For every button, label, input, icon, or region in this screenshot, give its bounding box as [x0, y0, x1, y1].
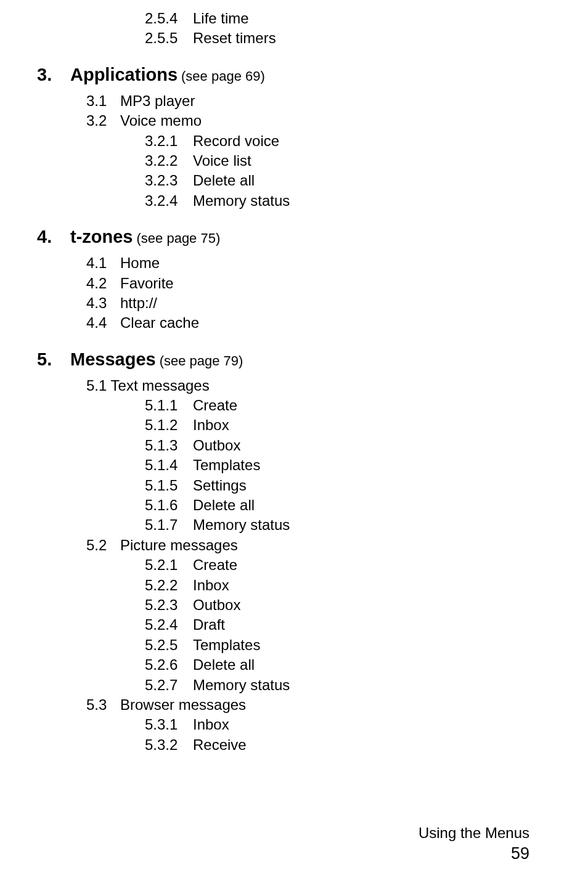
toc-entry-l3: 5.2.2Inbox	[145, 576, 539, 595]
toc-entry-number: 3.2.3	[145, 171, 193, 190]
toc-entry-label: MP3 player	[120, 92, 195, 109]
toc-entry-number: 5.2	[86, 535, 120, 555]
toc-section-number: 4.	[37, 227, 70, 247]
toc-entry-number: 5.2.1	[145, 555, 193, 575]
toc-entry-number: 5.2.3	[145, 595, 193, 615]
toc-entry-l3: 3.2.3Delete all	[145, 171, 539, 190]
toc-entry-label: Inbox	[193, 417, 229, 433]
toc-entry-l3: 5.1.2Inbox	[145, 415, 539, 435]
toc-entry-l3: 5.2.7Memory status	[145, 675, 539, 695]
toc-entry-number: 5.1.3	[145, 436, 193, 455]
toc-entry-number: 5.2.2	[145, 576, 193, 595]
toc-section-page-ref: (see page 79)	[160, 353, 243, 369]
toc-section-page-ref: (see page 75)	[137, 230, 221, 246]
toc-entry-l3: 5.1.5Settings	[145, 476, 539, 495]
toc-entry-l3: 5.2.5Templates	[145, 635, 539, 655]
toc-entry-label: Memory status	[193, 677, 290, 693]
toc-entry-number: 5.2.7	[145, 675, 193, 695]
toc-entry-label: Favorite	[120, 275, 174, 291]
toc-entry-label: Create	[193, 556, 237, 573]
toc-section-number: 3.	[37, 65, 70, 85]
toc-entry-label: Delete all	[193, 656, 255, 673]
toc-entry-label: Voice list	[193, 152, 251, 169]
toc-entry-label: Templates	[193, 457, 260, 473]
toc-entry-number: 5.3	[86, 695, 120, 715]
toc-entry-number: 5.1.6	[145, 495, 193, 515]
toc-entry-label: Text messages	[111, 377, 210, 394]
toc-entry-label: Voice memo	[120, 112, 202, 129]
page-footer: Using the Menus 59	[419, 824, 529, 863]
toc-entry-l2: 4.1Home	[86, 253, 539, 273]
toc-entry-number: 5.2.5	[145, 635, 193, 655]
toc-entry-label: Delete all	[193, 497, 255, 513]
toc-entry-l3: 5.1.6Delete all	[145, 495, 539, 515]
toc-entry-label: Outbox	[193, 596, 240, 613]
toc-entry-l3: 5.2.3Outbox	[145, 595, 539, 615]
toc-entry-label: Picture messages	[120, 537, 238, 553]
toc-entry-l3: 5.2.4Draft	[145, 615, 539, 635]
toc-entry-number: 3.1	[86, 91, 120, 111]
toc-entry-l3: 5.2.6Delete all	[145, 655, 539, 675]
toc-entry-label: Outbox	[193, 437, 240, 454]
toc-entry-l3: 5.1.4Templates	[145, 455, 539, 475]
toc-entry-number: 5.2.6	[145, 655, 193, 675]
toc-entry-l3: 5.3.1Inbox	[145, 715, 539, 734]
toc-entry-number: 3.2.4	[145, 191, 193, 211]
toc-entry-number: 3.2	[86, 111, 120, 131]
toc-entry-l3: 3.2.4Memory status	[145, 191, 539, 211]
toc-entry-label: Home	[120, 254, 160, 271]
toc-section-heading: 4.t-zones (see page 75)	[37, 227, 539, 247]
toc-entry-number: 5.1.4	[145, 455, 193, 475]
toc-entry-l2: 5.1 Text messages	[86, 376, 539, 396]
toc-entry-l3: 2.5.5Reset timers	[145, 28, 539, 48]
toc-entry-l2: 4.2Favorite	[86, 274, 539, 293]
toc-entry-l3: 2.5.4Life time	[145, 9, 539, 28]
toc-entry-label: Record voice	[193, 132, 279, 149]
toc-entry-label: Memory status	[193, 192, 290, 209]
toc-entry-l2: 3.1MP3 player	[86, 91, 539, 111]
toc-entry-label: Templates	[193, 637, 260, 653]
toc-section-heading: 3.Applications (see page 69)	[37, 65, 539, 85]
toc-section-heading: 5.Messages (see page 79)	[37, 349, 539, 370]
toc-entry-number: 4.1	[86, 253, 120, 273]
toc-entry-number: 5.1.7	[145, 515, 193, 535]
toc-entry-l3: 5.1.1Create	[145, 396, 539, 415]
toc-entry-l3: 5.1.3Outbox	[145, 436, 539, 455]
toc-section-number: 5.	[37, 349, 70, 370]
toc-entry-number: 4.4	[86, 313, 120, 333]
toc-entry-number: 5.3.1	[145, 715, 193, 734]
toc-entry-label: Receive	[193, 736, 247, 753]
toc-entry-l2: 5.3Browser messages	[86, 695, 539, 715]
toc-entry-number: 4.2	[86, 274, 120, 293]
toc-section-title: Applications	[70, 65, 178, 85]
toc-entry-label: Inbox	[193, 716, 229, 733]
toc-entry-number: 5.1.2	[145, 415, 193, 435]
toc-entry-number: 2.5.5	[145, 28, 193, 48]
toc-entry-number: 4.3	[86, 293, 120, 313]
toc-entry-l3: 3.2.1Record voice	[145, 131, 539, 151]
toc-entry-number: 3.2.2	[145, 151, 193, 171]
toc-entry-l2: 5.2Picture messages	[86, 535, 539, 555]
toc-section-title: Messages	[70, 349, 156, 370]
toc-entry-label: Create	[193, 397, 237, 413]
toc-entry-number: 2.5.4	[145, 9, 193, 28]
footer-section-title: Using the Menus	[419, 824, 529, 842]
toc-section-title: t-zones	[70, 227, 133, 247]
toc-section-page-ref: (see page 69)	[181, 68, 265, 84]
toc-entry-number: 5.2.4	[145, 615, 193, 635]
toc-entry-number: 5.1	[86, 377, 111, 394]
footer-page-number: 59	[419, 844, 529, 863]
toc-entry-label: Draft	[193, 616, 225, 633]
toc-entry-number: 3.2.1	[145, 131, 193, 151]
toc-entry-label: Delete all	[193, 172, 255, 189]
toc-entry-label: Inbox	[193, 577, 229, 593]
toc-entry-label: Browser messages	[120, 696, 246, 713]
toc-entry-l3: 3.2.2Voice list	[145, 151, 539, 171]
toc-entry-l3: 5.3.2Receive	[145, 735, 539, 755]
toc-entry-label: http://	[120, 295, 157, 311]
toc-entry-label: Clear cache	[120, 314, 199, 331]
toc-entry-l2: 4.3http://	[86, 293, 539, 313]
toc-entry-label: Memory status	[193, 516, 290, 533]
toc-entry-l3: 5.1.7Memory status	[145, 515, 539, 535]
toc-entry-number: 5.1.1	[145, 396, 193, 415]
